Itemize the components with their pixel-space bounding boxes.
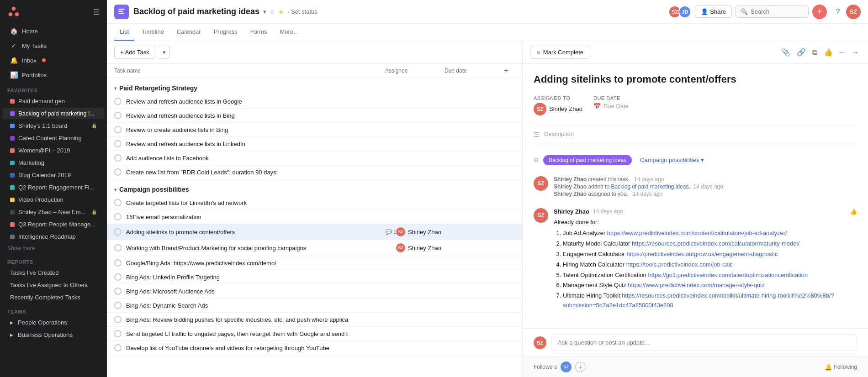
- add-follower-button[interactable]: +: [575, 362, 585, 372]
- sidebar-project-blog-calendar[interactable]: Blog Calendar 2019: [3, 169, 104, 181]
- sidebar-project-video-production[interactable]: Video Production: [3, 194, 104, 205]
- sidebar-item-home[interactable]: 🏠 Home: [3, 24, 104, 38]
- comment-link-4[interactable]: https://tools.predictiveindex.com/job-ca…: [626, 261, 733, 268]
- table-row[interactable]: Bing Ads: Dynamic Search Ads: [107, 298, 522, 313]
- tab-progress[interactable]: Progress: [208, 24, 243, 41]
- task-complete-checkbox[interactable]: [114, 302, 122, 309]
- tab-more[interactable]: More...: [275, 24, 304, 41]
- comment-input[interactable]: [551, 334, 857, 351]
- sidebar-project-paid-demand-gen[interactable]: Paid demand gen: [3, 95, 104, 107]
- help-button[interactable]: ?: [831, 5, 845, 19]
- table-row[interactable]: Google/Bing Ads: https://www.predictivei…: [107, 256, 522, 270]
- tab-calendar[interactable]: Calendar: [171, 24, 206, 41]
- task-complete-checkbox[interactable]: [114, 316, 122, 323]
- detail-description-area[interactable]: ☰ Description: [534, 125, 857, 144]
- task-complete-checkbox[interactable]: [114, 140, 122, 147]
- table-row[interactable]: Review and refresh audience lists in Lin…: [107, 137, 522, 151]
- table-row[interactable]: Bing Ads: Microsoft Audience Ads: [107, 284, 522, 298]
- sidebar-project-gated-content[interactable]: Gated Content Planning: [3, 132, 104, 144]
- table-row[interactable]: Develop list of YouTube channels and vid…: [107, 341, 522, 355]
- table-row[interactable]: Create new list from "BDR Cold Leads"; d…: [107, 165, 522, 179]
- following-button[interactable]: 🔔 Following: [825, 364, 857, 371]
- tab-list[interactable]: List: [114, 24, 134, 41]
- sidebar-project-women-pi[interactable]: Women@PI – 2019: [3, 145, 104, 156]
- table-row[interactable]: Working with Brand/Product Marketing for…: [107, 240, 522, 256]
- tab-timeline[interactable]: Timeline: [136, 24, 169, 41]
- sidebar-project-shirleys-board[interactable]: Shirley's 1:1 board 🔒: [3, 120, 104, 131]
- comment-link-2[interactable]: https://resources.predictiveindex.com/ca…: [632, 240, 799, 247]
- comment-link-6[interactable]: https://www.predictiveindex.com/manager-…: [628, 282, 764, 288]
- sidebar-report-tasks-created[interactable]: Tasks I've Created: [3, 267, 104, 278]
- add-task-button[interactable]: + Add Task: [114, 46, 155, 59]
- like-comment-icon[interactable]: 👍: [850, 208, 857, 215]
- section-arrow-icon[interactable]: ▾: [114, 86, 116, 91]
- sidebar-project-marketing[interactable]: Marketing: [3, 157, 104, 168]
- task-complete-checkbox[interactable]: [114, 154, 122, 162]
- set-status-button[interactable]: · Set status: [288, 8, 318, 15]
- task-complete-checkbox[interactable]: [114, 288, 122, 295]
- sidebar-project-q2-report[interactable]: Q2 Report: Engagement Fi...: [3, 182, 104, 193]
- mark-complete-button[interactable]: ○ Mark Complete: [530, 46, 590, 59]
- sidebar-project-q3-report[interactable]: Q3 Report: People Manage...: [3, 219, 104, 230]
- table-row[interactable]: Send targeted LI traffic to ungated page…: [107, 327, 522, 341]
- more-options-icon[interactable]: ···: [837, 47, 847, 58]
- add-column-button[interactable]: +: [504, 67, 515, 75]
- sidebar-item-inbox[interactable]: 🔔 Inbox: [3, 53, 104, 67]
- sidebar-report-recently-completed[interactable]: Recently Completed Tasks: [3, 292, 104, 303]
- circle-status-icon[interactable]: ○: [270, 8, 275, 16]
- task-complete-checkbox[interactable]: [114, 199, 122, 206]
- task-complete-checkbox[interactable]: [114, 244, 122, 251]
- sidebar-project-shirley-new-em[interactable]: Shirley Zhao – New Em... 🔒: [3, 206, 104, 218]
- asana-logo[interactable]: [7, 5, 20, 18]
- sidebar-project-backlog[interactable]: Backlog of paid marketing i...: [3, 108, 104, 119]
- like-icon[interactable]: 👍: [822, 46, 835, 58]
- due-date-value[interactable]: Due Date: [603, 103, 629, 110]
- task-complete-checkbox[interactable]: [114, 168, 122, 176]
- search-box[interactable]: 🔍 Search: [736, 5, 809, 18]
- share-button[interactable]: 👤 Share: [695, 5, 732, 18]
- title-chevron-icon[interactable]: ▾: [263, 8, 266, 15]
- table-row[interactable]: Add audience lists to Facebook: [107, 151, 522, 165]
- table-row[interactable]: Bing Ads: Review bidding pushes for spec…: [107, 313, 522, 327]
- task-complete-checkbox[interactable]: [114, 213, 122, 220]
- add-button[interactable]: +: [812, 5, 827, 19]
- comment-link-5[interactable]: https://go1.predictiveindex.com/talentop…: [648, 272, 808, 278]
- sidebar-project-intelligence-roadmap[interactable]: Intelligence Roadmap: [3, 231, 104, 242]
- sidebar-report-tasks-assigned[interactable]: Tasks I've Assigned to Others: [3, 279, 104, 291]
- show-more-button[interactable]: Show more: [0, 243, 107, 254]
- task-complete-checkbox[interactable]: [114, 112, 122, 119]
- sidebar-item-portfolios[interactable]: 📊 Portfolios: [3, 68, 104, 82]
- table-row[interactable]: 15Five email personalization: [107, 210, 522, 224]
- sidebar-collapse-icon[interactable]: ☰: [93, 8, 100, 16]
- comment-link-7[interactable]: https://resources.predictiveindex.com/to…: [563, 292, 834, 309]
- sidebar-team-business-ops[interactable]: ▶ Business Operations: [3, 329, 104, 340]
- comment-link-3[interactable]: https://predictiveindex.outgrow.us/engag…: [626, 251, 778, 257]
- duplicate-icon[interactable]: ⧉: [810, 47, 819, 58]
- table-row[interactable]: Review and refresh audience lists in Goo…: [107, 94, 522, 109]
- close-detail-icon[interactable]: →: [850, 47, 861, 58]
- table-row[interactable]: Bing Ads: LinkedIn Profile Targeting: [107, 270, 522, 284]
- section-tag[interactable]: Campaign possibilities ▾: [640, 157, 704, 163]
- section-arrow-icon[interactable]: ▾: [114, 187, 116, 192]
- star-icon[interactable]: ★: [278, 8, 284, 16]
- attach-icon[interactable]: 📎: [779, 46, 792, 58]
- user-avatar[interactable]: SZ: [846, 5, 861, 19]
- task-complete-checkbox[interactable]: [114, 273, 122, 281]
- sidebar-item-my-tasks[interactable]: ✓ My Tasks: [3, 39, 104, 52]
- task-complete-checkbox[interactable]: [114, 228, 122, 236]
- activity-project-link[interactable]: Backlog of paid marketing ideas.: [611, 183, 690, 190]
- sidebar-team-people-ops[interactable]: ▶ People Operations: [3, 317, 104, 328]
- task-complete-checkbox[interactable]: [114, 330, 122, 337]
- add-task-dropdown[interactable]: ▾: [159, 46, 170, 59]
- table-row[interactable]: Review and refresh audience lists in Bin…: [107, 109, 522, 123]
- table-row[interactable]: Create targeted lists for LinkedIn's ad …: [107, 196, 522, 210]
- comment-link-1[interactable]: https://www.predictiveindex.com/content/…: [607, 230, 787, 236]
- copy-link-icon[interactable]: 🔗: [795, 46, 808, 58]
- table-row[interactable]: Review or create audience lists in Bing: [107, 123, 522, 137]
- task-complete-checkbox[interactable]: [114, 344, 122, 351]
- task-complete-checkbox[interactable]: [114, 98, 122, 105]
- task-complete-checkbox[interactable]: [114, 126, 122, 133]
- tab-forms[interactable]: Forms: [245, 24, 273, 41]
- table-row-selected[interactable]: Adding sitelinks to promote content/offe…: [107, 224, 522, 240]
- project-tag[interactable]: Backlog of paid marketing ideas: [543, 155, 632, 165]
